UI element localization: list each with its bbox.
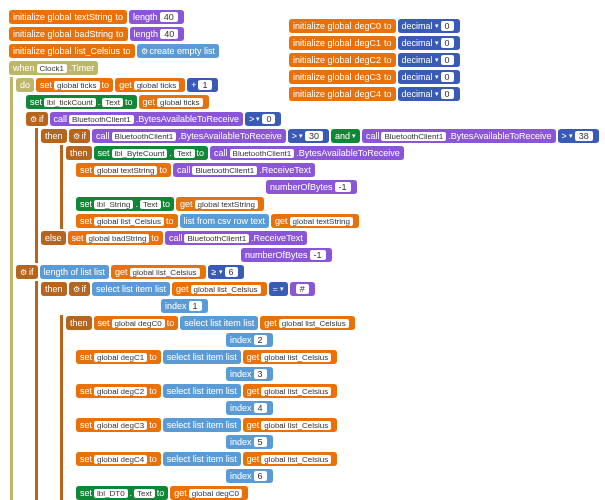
set-lbl-string[interactable]: setlbl_String.Texttogetglobal textString <box>65 196 605 212</box>
if-list-len[interactable]: ⚙iflength of list listgetglobal list_Cel… <box>15 264 605 280</box>
init-degC1[interactable]: initialize globaldegC1todecimal▾0 <box>288 35 461 51</box>
idx2: index2 <box>65 332 605 348</box>
init-degC3[interactable]: initialize globaldegC3todecimal▾0 <box>288 69 461 85</box>
set-textstring[interactable]: setglobal textStringtocallBluetoothClien… <box>65 162 605 178</box>
set-list-csv[interactable]: setglobal list_Celsiustolist from csv ro… <box>65 213 605 229</box>
idx4: index4 <box>65 400 605 416</box>
idx1: index1 <box>40 298 605 314</box>
if-bytes-gt-0[interactable]: ⚙ifcallBluetoothClient1.BytesAvailableTo… <box>15 111 605 127</box>
set-deg2[interactable]: setglobal degC2toselect list item listge… <box>65 383 605 399</box>
init-degC0[interactable]: initialize globaldegC0todecimal▾0 <box>288 18 461 34</box>
else-badstring[interactable]: elsesetglobal badStringtocallBluetoothCl… <box>40 230 605 246</box>
init-degC2[interactable]: initialize globaldegC2todecimal▾0 <box>288 52 461 68</box>
if-bytes-range[interactable]: then⚙ifcallBluetoothClient1.BytesAvailab… <box>40 128 605 144</box>
idx3: index3 <box>65 366 605 382</box>
set-deg3[interactable]: setglobal degC3toselect list item listge… <box>65 417 605 433</box>
idx5: index5 <box>65 434 605 450</box>
idx6: index6 <box>65 468 605 484</box>
set-deg4[interactable]: setglobal degC4toselect list item listge… <box>65 451 605 467</box>
if-first-hash[interactable]: then⚙ifselect list item listgetglobal li… <box>40 281 605 297</box>
nbytes-row2: numberOfBytes-1 <box>40 247 605 263</box>
set-deg1[interactable]: setglobal degC1toselect list item listge… <box>65 349 605 365</box>
set-bytecount[interactable]: thensetlbl_ByteCount.TexttocallBluetooth… <box>65 145 605 161</box>
nbytes-row: numberOfBytes-1 <box>65 179 605 195</box>
set-deg0[interactable]: thensetglobal degC0toselect list item li… <box>65 315 605 331</box>
set-dt0[interactable]: setlbl_DT0.Texttogetglobal degC0 <box>65 485 605 500</box>
init-degC4[interactable]: initialize globaldegC4todecimal▾0 <box>288 86 461 102</box>
